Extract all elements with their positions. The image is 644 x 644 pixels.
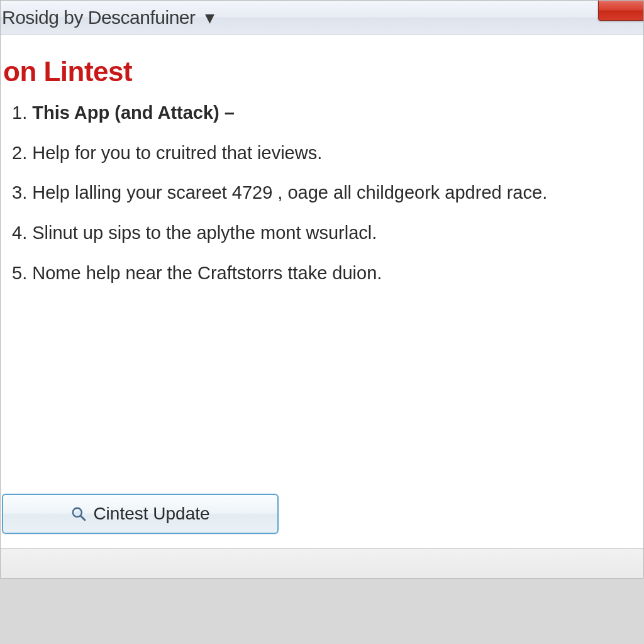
list-item: 3. Help lalling your scareet 4729 , oage… <box>12 181 643 205</box>
titlebar[interactable]: Rosidg by Descanfuiner ▾ <box>1 1 643 35</box>
list-item: 2. Help for you to cruitred that ieviews… <box>12 142 643 165</box>
close-button[interactable] <box>598 1 643 21</box>
list-item: 4. Slinut up sips to the aplythe mont ws… <box>12 221 643 245</box>
magnifier-icon <box>70 506 87 522</box>
button-label: Cintest Update <box>93 504 209 524</box>
page-heading: on Lintest <box>1 56 643 87</box>
list-item-text: Help lalling your scareet 4729 , oage al… <box>32 182 547 203</box>
list-item: 1. This App (and Attack) – <box>12 101 643 125</box>
footer-strip <box>1 549 643 578</box>
button-row: Cintest Update <box>1 494 279 534</box>
cintest-update-button[interactable]: Cintest Update <box>2 494 279 534</box>
list-item-text: Slinut up sips to the aplythe mont wsurl… <box>32 223 377 243</box>
list-item-text: Help for you to cruitred that ieviews. <box>32 143 322 163</box>
list-item: 5. Nome help near the Craftstorrs ttake … <box>12 262 643 286</box>
window-title: Rosidg by Descanfuiner ▾ <box>2 6 214 28</box>
dialog-window: Rosidg by Descanfuiner ▾ on Lintest 1. T… <box>0 0 644 579</box>
svg-line-1 <box>81 516 86 520</box>
list-item-text: Nome help near the Craftstorrs ttake dui… <box>32 263 382 283</box>
instruction-list: 1. This App (and Attack) – 2. Help for y… <box>1 101 643 285</box>
content-area: on Lintest 1. This App (and Attack) – 2.… <box>1 35 643 578</box>
dropdown-arrow-icon[interactable]: ▾ <box>205 6 214 28</box>
list-item-text: This App (and Attack) – <box>32 103 235 123</box>
